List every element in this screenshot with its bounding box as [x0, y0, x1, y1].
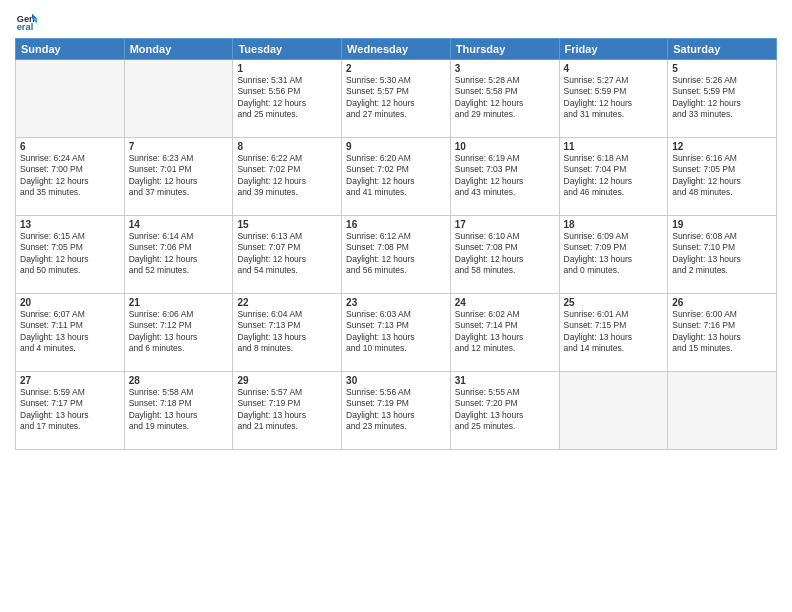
- day-number: 19: [672, 219, 772, 230]
- day-info: Sunrise: 5:27 AM Sunset: 5:59 PM Dayligh…: [564, 75, 664, 121]
- calendar-cell: [559, 372, 668, 450]
- day-info: Sunrise: 6:08 AM Sunset: 7:10 PM Dayligh…: [672, 231, 772, 277]
- svg-text:eral: eral: [17, 22, 34, 32]
- weekday-header-saturday: Saturday: [668, 39, 777, 60]
- day-number: 10: [455, 141, 555, 152]
- calendar-cell: 28Sunrise: 5:58 AM Sunset: 7:18 PM Dayli…: [124, 372, 233, 450]
- week-row-3: 13Sunrise: 6:15 AM Sunset: 7:05 PM Dayli…: [16, 216, 777, 294]
- calendar-cell: 18Sunrise: 6:09 AM Sunset: 7:09 PM Dayli…: [559, 216, 668, 294]
- week-row-2: 6Sunrise: 6:24 AM Sunset: 7:00 PM Daylig…: [16, 138, 777, 216]
- day-info: Sunrise: 6:16 AM Sunset: 7:05 PM Dayligh…: [672, 153, 772, 199]
- day-info: Sunrise: 5:58 AM Sunset: 7:18 PM Dayligh…: [129, 387, 229, 433]
- calendar-cell: 16Sunrise: 6:12 AM Sunset: 7:08 PM Dayli…: [342, 216, 451, 294]
- calendar-cell: [16, 60, 125, 138]
- weekday-header-tuesday: Tuesday: [233, 39, 342, 60]
- day-info: Sunrise: 6:22 AM Sunset: 7:02 PM Dayligh…: [237, 153, 337, 199]
- calendar-cell: 5Sunrise: 5:26 AM Sunset: 5:59 PM Daylig…: [668, 60, 777, 138]
- calendar-cell: 24Sunrise: 6:02 AM Sunset: 7:14 PM Dayli…: [450, 294, 559, 372]
- day-info: Sunrise: 5:55 AM Sunset: 7:20 PM Dayligh…: [455, 387, 555, 433]
- calendar-cell: 19Sunrise: 6:08 AM Sunset: 7:10 PM Dayli…: [668, 216, 777, 294]
- day-number: 20: [20, 297, 120, 308]
- day-info: Sunrise: 6:15 AM Sunset: 7:05 PM Dayligh…: [20, 231, 120, 277]
- day-info: Sunrise: 6:20 AM Sunset: 7:02 PM Dayligh…: [346, 153, 446, 199]
- day-number: 5: [672, 63, 772, 74]
- day-info: Sunrise: 6:19 AM Sunset: 7:03 PM Dayligh…: [455, 153, 555, 199]
- calendar-page: Gen eral SundayMondayTuesdayWednesdayThu…: [0, 0, 792, 612]
- day-number: 26: [672, 297, 772, 308]
- day-number: 31: [455, 375, 555, 386]
- calendar-cell: 15Sunrise: 6:13 AM Sunset: 7:07 PM Dayli…: [233, 216, 342, 294]
- calendar-cell: 27Sunrise: 5:59 AM Sunset: 7:17 PM Dayli…: [16, 372, 125, 450]
- day-number: 17: [455, 219, 555, 230]
- day-info: Sunrise: 5:56 AM Sunset: 7:19 PM Dayligh…: [346, 387, 446, 433]
- calendar-cell: 25Sunrise: 6:01 AM Sunset: 7:15 PM Dayli…: [559, 294, 668, 372]
- calendar-cell: 2Sunrise: 5:30 AM Sunset: 5:57 PM Daylig…: [342, 60, 451, 138]
- calendar-cell: 13Sunrise: 6:15 AM Sunset: 7:05 PM Dayli…: [16, 216, 125, 294]
- calendar-cell: [124, 60, 233, 138]
- day-number: 2: [346, 63, 446, 74]
- day-info: Sunrise: 6:13 AM Sunset: 7:07 PM Dayligh…: [237, 231, 337, 277]
- calendar-cell: 26Sunrise: 6:00 AM Sunset: 7:16 PM Dayli…: [668, 294, 777, 372]
- week-row-4: 20Sunrise: 6:07 AM Sunset: 7:11 PM Dayli…: [16, 294, 777, 372]
- calendar-cell: 31Sunrise: 5:55 AM Sunset: 7:20 PM Dayli…: [450, 372, 559, 450]
- calendar-cell: 9Sunrise: 6:20 AM Sunset: 7:02 PM Daylig…: [342, 138, 451, 216]
- day-info: Sunrise: 6:07 AM Sunset: 7:11 PM Dayligh…: [20, 309, 120, 355]
- calendar-cell: 17Sunrise: 6:10 AM Sunset: 7:08 PM Dayli…: [450, 216, 559, 294]
- day-number: 16: [346, 219, 446, 230]
- calendar-cell: 10Sunrise: 6:19 AM Sunset: 7:03 PM Dayli…: [450, 138, 559, 216]
- day-number: 6: [20, 141, 120, 152]
- day-info: Sunrise: 6:09 AM Sunset: 7:09 PM Dayligh…: [564, 231, 664, 277]
- day-info: Sunrise: 5:31 AM Sunset: 5:56 PM Dayligh…: [237, 75, 337, 121]
- calendar-table: SundayMondayTuesdayWednesdayThursdayFrid…: [15, 38, 777, 450]
- day-number: 12: [672, 141, 772, 152]
- day-info: Sunrise: 5:28 AM Sunset: 5:58 PM Dayligh…: [455, 75, 555, 121]
- day-info: Sunrise: 6:10 AM Sunset: 7:08 PM Dayligh…: [455, 231, 555, 277]
- day-number: 25: [564, 297, 664, 308]
- day-info: Sunrise: 5:59 AM Sunset: 7:17 PM Dayligh…: [20, 387, 120, 433]
- logo-icon: Gen eral: [15, 10, 37, 32]
- day-number: 11: [564, 141, 664, 152]
- day-number: 8: [237, 141, 337, 152]
- day-number: 28: [129, 375, 229, 386]
- week-row-1: 1Sunrise: 5:31 AM Sunset: 5:56 PM Daylig…: [16, 60, 777, 138]
- day-number: 14: [129, 219, 229, 230]
- day-info: Sunrise: 5:57 AM Sunset: 7:19 PM Dayligh…: [237, 387, 337, 433]
- day-number: 29: [237, 375, 337, 386]
- day-number: 4: [564, 63, 664, 74]
- weekday-header-monday: Monday: [124, 39, 233, 60]
- day-info: Sunrise: 6:03 AM Sunset: 7:13 PM Dayligh…: [346, 309, 446, 355]
- day-info: Sunrise: 6:18 AM Sunset: 7:04 PM Dayligh…: [564, 153, 664, 199]
- day-number: 7: [129, 141, 229, 152]
- calendar-cell: 14Sunrise: 6:14 AM Sunset: 7:06 PM Dayli…: [124, 216, 233, 294]
- calendar-cell: 30Sunrise: 5:56 AM Sunset: 7:19 PM Dayli…: [342, 372, 451, 450]
- calendar-cell: 23Sunrise: 6:03 AM Sunset: 7:13 PM Dayli…: [342, 294, 451, 372]
- day-number: 1: [237, 63, 337, 74]
- day-info: Sunrise: 6:04 AM Sunset: 7:13 PM Dayligh…: [237, 309, 337, 355]
- day-info: Sunrise: 6:24 AM Sunset: 7:00 PM Dayligh…: [20, 153, 120, 199]
- day-info: Sunrise: 6:01 AM Sunset: 7:15 PM Dayligh…: [564, 309, 664, 355]
- day-info: Sunrise: 6:23 AM Sunset: 7:01 PM Dayligh…: [129, 153, 229, 199]
- day-number: 18: [564, 219, 664, 230]
- day-number: 13: [20, 219, 120, 230]
- calendar-cell: 11Sunrise: 6:18 AM Sunset: 7:04 PM Dayli…: [559, 138, 668, 216]
- day-number: 30: [346, 375, 446, 386]
- header: Gen eral: [15, 10, 777, 32]
- weekday-header-row: SundayMondayTuesdayWednesdayThursdayFrid…: [16, 39, 777, 60]
- day-number: 23: [346, 297, 446, 308]
- calendar-cell: 8Sunrise: 6:22 AM Sunset: 7:02 PM Daylig…: [233, 138, 342, 216]
- day-info: Sunrise: 5:26 AM Sunset: 5:59 PM Dayligh…: [672, 75, 772, 121]
- day-info: Sunrise: 6:00 AM Sunset: 7:16 PM Dayligh…: [672, 309, 772, 355]
- day-info: Sunrise: 6:12 AM Sunset: 7:08 PM Dayligh…: [346, 231, 446, 277]
- calendar-cell: 29Sunrise: 5:57 AM Sunset: 7:19 PM Dayli…: [233, 372, 342, 450]
- day-info: Sunrise: 5:30 AM Sunset: 5:57 PM Dayligh…: [346, 75, 446, 121]
- calendar-cell: 6Sunrise: 6:24 AM Sunset: 7:00 PM Daylig…: [16, 138, 125, 216]
- day-number: 24: [455, 297, 555, 308]
- calendar-cell: 4Sunrise: 5:27 AM Sunset: 5:59 PM Daylig…: [559, 60, 668, 138]
- day-info: Sunrise: 6:02 AM Sunset: 7:14 PM Dayligh…: [455, 309, 555, 355]
- day-number: 15: [237, 219, 337, 230]
- calendar-cell: [668, 372, 777, 450]
- day-number: 27: [20, 375, 120, 386]
- day-number: 3: [455, 63, 555, 74]
- weekday-header-sunday: Sunday: [16, 39, 125, 60]
- calendar-cell: 20Sunrise: 6:07 AM Sunset: 7:11 PM Dayli…: [16, 294, 125, 372]
